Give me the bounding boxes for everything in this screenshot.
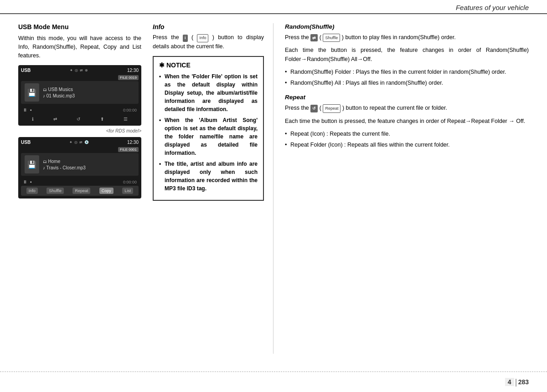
random-text-2: Each time the button is pressed, the fea… bbox=[285, 46, 529, 64]
signal-icon: ◎ bbox=[75, 68, 78, 72]
file-badge-1: FILE 0019 bbox=[118, 75, 139, 80]
usb-screen-1: USB ✦ ◎ ⇌ ⊕ 12:30 FILE 0019 💾 USB Musics… bbox=[18, 65, 141, 126]
usb-controls-2: ⏸ ▪ 0:00:00 bbox=[21, 178, 139, 186]
usb-playback-1: ⏸ ▪ bbox=[23, 107, 32, 112]
random-bullet-2: Random(Shuffle) All : Plays all files in… bbox=[285, 78, 529, 87]
usb-track-1: 01 Music.mp3 bbox=[43, 93, 135, 98]
header-title: Features of your vehicle bbox=[456, 4, 529, 11]
usb-time-2: 12:30 bbox=[127, 140, 139, 145]
notice-title: NOTICE bbox=[159, 61, 258, 69]
repeat-text-2: Each time the button is pressed, the fea… bbox=[285, 117, 529, 126]
usb-status-icons-2: ✦ ◎ ⇌ 💿 bbox=[69, 140, 89, 144]
bluetooth-icon-2: ✦ bbox=[69, 140, 72, 144]
info-icon-button[interactable]: i bbox=[183, 35, 188, 42]
copy-ctrl-icon[interactable]: ⬆ bbox=[100, 117, 104, 122]
usb-folder-2: Home bbox=[43, 159, 135, 164]
usb-playback-2: ⏸ ▪ bbox=[23, 179, 32, 184]
list-bottom-btn[interactable]: List bbox=[122, 188, 133, 194]
usb-top-bar-2: USB ✦ ◎ ⇌ 💿 12:30 bbox=[21, 140, 139, 145]
repeat-ctrl-icon[interactable]: ↺ bbox=[77, 117, 80, 122]
random-text-1: Press the ⇄ ( Shuffle ) button to play f… bbox=[285, 33, 529, 42]
usb-section-title: USB Mode Menu bbox=[18, 23, 141, 31]
usb-connect-icon-2: ⇌ bbox=[79, 140, 83, 144]
notice-item-3: The title, artist and album info are dis… bbox=[159, 160, 258, 193]
random-text-after: button to play files in random(Shuffle) … bbox=[345, 34, 455, 41]
random-paren-open: ( bbox=[320, 34, 323, 41]
random-text-before: Press the bbox=[285, 34, 309, 41]
repeat-bullet-2: Repeat Folder (Icon) : Repeats all files… bbox=[285, 140, 529, 149]
info-bottom-btn[interactable]: Info bbox=[26, 188, 38, 194]
usb-status-icons-1: ✦ ◎ ⇌ ⊕ bbox=[70, 68, 88, 72]
info-text-before: Press the bbox=[153, 34, 179, 41]
left-column: USB Mode Menu Within this mode, you will… bbox=[18, 23, 150, 354]
usb-screen-2: USB ✦ ◎ ⇌ 💿 12:30 FILE 0001 💾 Home Travi… bbox=[18, 137, 141, 199]
usb-drive-icon-2: 💾 bbox=[25, 155, 39, 173]
repeat-icon-btn[interactable]: ↺ bbox=[310, 105, 318, 112]
file-badge-2: FILE 0001 bbox=[118, 147, 139, 152]
usb-controls-1: ⏸ ▪ 0:00:00 bbox=[21, 106, 139, 114]
info-ctrl-icon[interactable]: ℹ bbox=[32, 117, 34, 122]
usb-connect-icon: ⇌ bbox=[80, 68, 83, 72]
random-heading: Random(Shuffle) bbox=[285, 23, 529, 30]
usb-label-2: USB bbox=[21, 140, 31, 145]
usb-intro: Within this mode, you will have access t… bbox=[18, 34, 141, 60]
notice-list: When the 'Folder File' option is set as … bbox=[159, 72, 258, 193]
repeat-label-btn[interactable]: Repeat bbox=[323, 104, 341, 112]
shuffle-label-btn[interactable]: Shuffle bbox=[323, 34, 340, 42]
notice-box: NOTICE When the 'Folder File' option is … bbox=[153, 56, 264, 201]
chapter-number: 4 | 283 bbox=[505, 377, 529, 387]
usb-track-2: Travis - Closer.mp3 bbox=[43, 165, 135, 170]
info-label-btn[interactable]: Info bbox=[197, 34, 208, 42]
usb-label-1: USB bbox=[21, 68, 31, 73]
pause-icon[interactable]: ⏸ bbox=[23, 107, 27, 112]
page-footer: 4 | 283 bbox=[0, 372, 547, 392]
info-description: Press the i ( Info ) button to display d… bbox=[153, 33, 264, 51]
random-bullet-1: Random(Shuffle) Folder : Plays the files… bbox=[285, 67, 529, 76]
chapter-num-value: 4 bbox=[505, 378, 514, 386]
shuffle-ctrl-icon[interactable]: ⇄ bbox=[53, 117, 57, 122]
usb-time-1: 12:30 bbox=[127, 68, 139, 73]
middle-column: Info Press the i ( Info ) button to disp… bbox=[150, 23, 274, 354]
usb-track-info-1: USB Musics 01 Music.mp3 bbox=[43, 87, 135, 98]
repeat-text-before: Press the bbox=[285, 105, 309, 111]
page-number-value: 283 bbox=[518, 378, 529, 386]
page-header: Features of your vehicle bbox=[0, 0, 547, 14]
repeat-bullet-1: Repeat (Icon) : Repeats the current file… bbox=[285, 129, 529, 138]
random-paren-close: ) bbox=[340, 34, 344, 41]
bluetooth-icon: ✦ bbox=[70, 68, 73, 72]
info-paren-close: ) bbox=[208, 34, 214, 41]
usb-track-info-2: Home Travis - Closer.mp3 bbox=[43, 159, 135, 170]
play-dot-icon-2[interactable]: ▪ bbox=[30, 179, 32, 184]
wifi-icon: ⊕ bbox=[85, 68, 88, 72]
screen-caption: <for RDS model> bbox=[18, 128, 141, 133]
notice-item-1: When the 'Folder File' option is set as … bbox=[159, 72, 258, 113]
repeat-bullet-list: Repeat (Icon) : Repeats the current file… bbox=[285, 129, 529, 149]
usb-top-bar-1: USB ✦ ◎ ⇌ ⊕ 12:30 bbox=[21, 68, 139, 73]
cd-icon: 💿 bbox=[84, 140, 89, 144]
repeat-text-1: Press the ↺ ( Repeat ) button to repeat … bbox=[285, 103, 529, 112]
usb-drive-icon: 💾 bbox=[25, 83, 39, 102]
right-column: Random(Shuffle) Press the ⇄ ( Shuffle ) … bbox=[274, 23, 529, 354]
copy-bottom-btn[interactable]: Copy bbox=[99, 188, 114, 194]
list-ctrl-icon[interactable]: ☰ bbox=[124, 117, 128, 122]
repeat-bottom-btn[interactable]: Repeat bbox=[72, 188, 90, 194]
usb-progress-2: 0:00:00 bbox=[123, 180, 137, 184]
repeat-paren-close: ) bbox=[341, 105, 344, 111]
usb-content-1: 💾 USB Musics 01 Music.mp3 bbox=[21, 81, 139, 104]
info-btn-label-inline: ( bbox=[191, 34, 197, 41]
notice-item-2: When the 'Album Artist Song' option is s… bbox=[159, 116, 258, 157]
page-divider: | bbox=[515, 377, 517, 387]
pause-icon-2[interactable]: ⏸ bbox=[23, 179, 27, 184]
shuffle-icon-btn[interactable]: ⇄ bbox=[310, 34, 318, 41]
usb-folder-1: USB Musics bbox=[43, 87, 135, 92]
shuffle-bottom-btn[interactable]: Shuffle bbox=[46, 188, 64, 194]
repeat-paren-open: ( bbox=[320, 105, 323, 111]
info-heading: Info bbox=[153, 23, 264, 31]
usb-content-2: 💾 Home Travis - Closer.mp3 bbox=[21, 153, 139, 176]
usb-bottom-bar: Info Shuffle Repeat Copy List bbox=[21, 186, 139, 196]
repeat-text-after: button to repeat the current file or fol… bbox=[346, 105, 447, 111]
main-content: USB Mode Menu Within this mode, you will… bbox=[0, 14, 547, 363]
play-dot-icon[interactable]: ▪ bbox=[30, 107, 32, 112]
random-bullet-list: Random(Shuffle) Folder : Plays the files… bbox=[285, 67, 529, 87]
signal-icon-2: ◎ bbox=[74, 140, 77, 144]
